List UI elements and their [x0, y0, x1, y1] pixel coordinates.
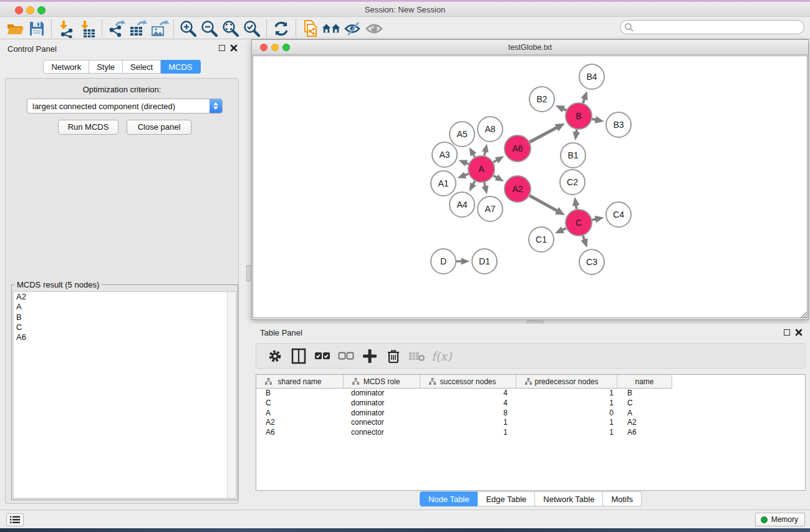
first-neighbors-button[interactable]	[321, 19, 342, 38]
table-cell[interactable]: 1	[516, 389, 617, 399]
new-network-from-selection-button[interactable]	[300, 19, 321, 38]
table-cell[interactable]: 1	[420, 428, 516, 438]
table-row[interactable]: A6connector11A6	[256, 428, 805, 438]
table-cell[interactable]: B	[256, 389, 344, 399]
apply-layout-button[interactable]	[271, 19, 292, 38]
table-cell[interactable]: dominator	[344, 389, 420, 399]
table-cell[interactable]: A6	[256, 428, 344, 438]
optimization-criterion-select[interactable]: largest connected component (directed)	[27, 99, 223, 114]
table-cell[interactable]: dominator	[344, 409, 420, 418]
table-cell[interactable]: 8	[420, 409, 516, 418]
network-window-titlebar[interactable]: testGlobe.txt	[252, 40, 808, 55]
table-cell[interactable]: dominator	[344, 399, 420, 409]
table-cell[interactable]: connector	[344, 428, 420, 438]
open-session-button[interactable]	[5, 19, 26, 38]
close-panel-icon[interactable]	[230, 44, 238, 52]
tab-edge-table[interactable]: Edge Table	[478, 491, 535, 506]
tab-network-table[interactable]: Network Table	[535, 491, 603, 506]
list-item[interactable]: A	[14, 302, 236, 312]
columns-icon	[291, 348, 306, 364]
close-panel-icon[interactable]	[795, 329, 803, 336]
import-network-button[interactable]	[55, 19, 77, 38]
list-item[interactable]: B	[14, 312, 236, 322]
export-image-button[interactable]	[148, 19, 170, 38]
column-header-predecessor-nodes[interactable]: predecessor nodes	[516, 375, 617, 389]
resize-grip-icon[interactable]	[799, 311, 808, 319]
save-session-button[interactable]	[26, 19, 47, 38]
function-builder-button[interactable]: f(x)	[431, 347, 451, 365]
float-panel-icon[interactable]	[219, 45, 225, 51]
table-cell[interactable]: A6	[617, 428, 672, 438]
table-settings-button[interactable]	[265, 347, 285, 365]
hide-selected-button[interactable]	[342, 19, 364, 38]
table-cell[interactable]: 4	[420, 399, 516, 409]
table-cell[interactable]: A	[256, 409, 344, 418]
float-panel-icon[interactable]	[784, 329, 790, 336]
node-table[interactable]: shared name MCDS role successor nodes pr…	[256, 374, 806, 491]
table-cell[interactable]: 1	[516, 428, 617, 438]
tab-node-table[interactable]: Node Table	[420, 491, 478, 506]
table-cell[interactable]: B	[617, 389, 672, 399]
run-mcds-button[interactable]: Run MCDS	[58, 120, 118, 135]
table-cell[interactable]: A	[617, 409, 672, 418]
zoom-in-button[interactable]	[178, 19, 199, 38]
vertical-splitter-handle[interactable]	[246, 265, 251, 281]
table-cell[interactable]: A2	[256, 418, 344, 428]
table-cell[interactable]: C	[617, 399, 672, 409]
zoom-fit-button[interactable]	[220, 19, 241, 38]
graph-edge[interactable]	[529, 127, 557, 142]
table-row[interactable]: Adominator80A	[256, 409, 805, 418]
app-title: Session: New Session	[0, 5, 810, 14]
table-cell[interactable]: 1	[516, 418, 617, 428]
column-header-successor-nodes[interactable]: successor nodes	[420, 375, 516, 389]
table-cell[interactable]: A2	[617, 418, 672, 428]
export-table-button[interactable]	[127, 19, 148, 38]
show-columns-button[interactable]	[289, 347, 309, 365]
graph-edge-arrowhead	[581, 91, 587, 100]
column-header-mcds-role[interactable]: MCDS role	[344, 375, 420, 389]
column-header-name[interactable]: name	[617, 375, 672, 389]
memory-button[interactable]: Memory	[755, 513, 805, 526]
zoom-out-icon	[200, 19, 219, 38]
toolbar-separator	[51, 20, 52, 37]
table-row[interactable]: A2connector11A2	[256, 418, 805, 428]
delete-table-button[interactable]	[407, 347, 427, 365]
table-cell[interactable]: 0	[516, 409, 617, 418]
list-item[interactable]: A2	[14, 292, 236, 302]
table-row[interactable]: Bdominator41B	[256, 389, 805, 399]
delete-rows-button[interactable]	[383, 347, 403, 365]
tab-style[interactable]: Style	[89, 60, 123, 74]
add-row-button[interactable]	[360, 347, 380, 365]
list-item[interactable]: C	[14, 322, 236, 332]
column-header-shared-name[interactable]: shared name	[256, 375, 344, 389]
network-canvas[interactable]: AA1A2A3A4A5A6A7A8BB1B2B3B4CC1C2C3C4DD1	[253, 56, 808, 318]
unselect-all-button[interactable]	[336, 347, 356, 365]
graphics-details-button[interactable]	[364, 19, 385, 38]
select-all-button[interactable]	[312, 347, 332, 365]
tab-mcds[interactable]: MCDS	[161, 60, 200, 74]
graph-node-label: C2	[567, 177, 578, 187]
graph-node-label: C	[576, 218, 582, 228]
close-panel-button[interactable]: Close panel	[127, 120, 191, 135]
zoom-selected-button[interactable]	[241, 19, 263, 38]
optimization-criterion-label: Optimization criterion:	[6, 85, 238, 94]
table-cell[interactable]: C	[256, 399, 344, 409]
tab-motifs[interactable]: Motifs	[603, 491, 642, 506]
search-input[interactable]	[634, 23, 804, 32]
mcds-result-list[interactable]: A2ABCA6	[13, 291, 236, 498]
tab-network[interactable]: Network	[43, 60, 89, 74]
table-cell[interactable]: 4	[420, 389, 516, 399]
task-history-button[interactable]	[6, 513, 24, 526]
delete-table-icon	[408, 351, 426, 362]
table-cell[interactable]: 1	[516, 399, 617, 409]
table-row[interactable]: Cdominator41C	[256, 399, 805, 409]
result-list-scrollbar[interactable]	[227, 292, 236, 498]
table-cell[interactable]: connector	[344, 418, 420, 428]
export-network-button[interactable]	[106, 19, 127, 38]
graph-edge[interactable]	[529, 196, 557, 211]
zoom-out-button[interactable]	[199, 19, 220, 38]
list-item[interactable]: A6	[14, 332, 236, 342]
import-table-button[interactable]	[77, 19, 98, 38]
table-cell[interactable]: 1	[420, 418, 516, 428]
tab-select[interactable]: Select	[123, 60, 161, 74]
